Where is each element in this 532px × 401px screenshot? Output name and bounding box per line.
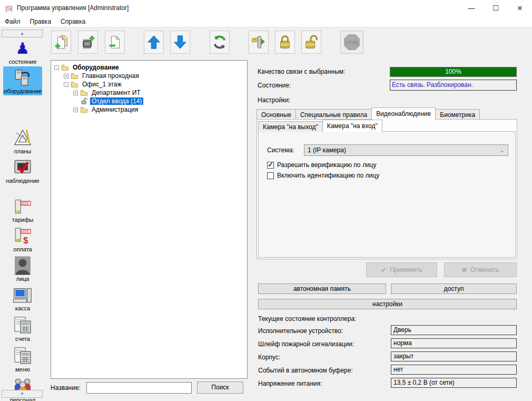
search-button[interactable]: Поиск (197, 382, 243, 394)
search-input[interactable] (86, 382, 192, 394)
close-button[interactable]: ✕ (508, 0, 532, 16)
actuator-value: Дверь (391, 325, 517, 335)
lock-icon (277, 34, 293, 50)
unlock-icon (303, 34, 319, 50)
sidebar-item-equipment[interactable]: оборудование (3, 66, 42, 95)
add-device-icon (80, 34, 96, 50)
add-device-button[interactable] (78, 31, 98, 54)
arrow-down-icon (172, 34, 188, 50)
maximize-button[interactable]: ☐ (484, 0, 508, 16)
sidebar-item-tariffs[interactable]: тарифы (3, 197, 42, 223)
checkbox-unchecked-icon[interactable] (267, 172, 274, 179)
tree-search-row: Название: Поиск (51, 382, 248, 394)
folder-icon (61, 64, 69, 71)
plans-icon (12, 129, 33, 148)
verification-checkbox-row[interactable]: Разрешить верификацию по лицу (267, 161, 376, 169)
minimize-button[interactable]: — (459, 0, 484, 16)
sidebar-item-label: оплата (13, 246, 32, 252)
tree-row[interactable]: + Администрация (52, 105, 246, 114)
application-window: |S| Программа управления [Administrator]… (0, 0, 532, 401)
sidebar-scroll-up-button[interactable]: ▲ (2, 30, 43, 37)
arrow-up-icon (146, 34, 162, 50)
folder-icon (71, 81, 78, 88)
sidebar-item-label: меню (15, 366, 30, 373)
move-up-button[interactable] (144, 31, 164, 54)
tab-special-rules[interactable]: Специальные правила (295, 109, 372, 120)
payment-icon: $ (12, 227, 33, 246)
unlock-button[interactable] (301, 31, 321, 54)
tree-row-selected[interactable]: Отдел ввода (14) (52, 97, 246, 105)
sidebar: ▲ ♟ состояние оборудование планы наблюде… (0, 27, 46, 401)
settings-tabs: Основные Специальные правила Видеонаблюд… (257, 108, 479, 120)
sidebar-item-accounts[interactable]: счета (3, 316, 42, 342)
tab-video-surveillance[interactable]: Видеонаблюдение (371, 107, 436, 120)
fire-loop-label: Шлейф пожарной сигнализации: (258, 340, 354, 348)
refresh-icon (212, 34, 228, 50)
fire-loop-value: норма (391, 338, 517, 348)
move-down-button[interactable] (170, 31, 190, 54)
connection-quality-bar: 100% (390, 67, 517, 77)
controller-state-header: Текущее состояние контроллера: (258, 315, 356, 322)
chevron-up-icon: ▲ (20, 31, 24, 36)
identification-checkbox-label: Включить идентификацию по лицу (277, 172, 379, 179)
sidebar-item-plans[interactable]: планы (3, 129, 42, 154)
tab-camera-exit[interactable]: Камера "на выход" (258, 121, 323, 132)
sidebar-item-label: планы (14, 148, 31, 154)
access-pass-button[interactable] (249, 31, 269, 54)
apply-button: ✔ Применить (366, 262, 437, 277)
settings-button[interactable]: настройки (258, 299, 517, 309)
buffer-events-value: нет (391, 365, 517, 375)
tab-main[interactable]: Основные (257, 109, 296, 120)
sidebar-item-faces[interactable]: лица (3, 256, 42, 282)
sidebar-item-label: наблюдение (6, 178, 39, 184)
menu-help[interactable]: Справка (56, 17, 90, 26)
check-icon: ✔ (381, 266, 387, 274)
state-icon: ♟ (12, 39, 33, 58)
chevron-down-icon: ▼ (20, 392, 24, 396)
access-button[interactable]: доступ (391, 283, 517, 294)
voltage-label: Напряжение питания: (258, 380, 322, 387)
menu-edit[interactable]: Правка (25, 17, 56, 26)
svg-text:STOP: STOP (346, 40, 358, 45)
svg-text:$: $ (23, 236, 28, 245)
system-select[interactable]: 1 (IP камера) ⌄ (304, 144, 508, 156)
collapse-icon[interactable]: - (54, 65, 59, 70)
refresh-button[interactable] (210, 31, 230, 54)
expand-icon[interactable]: + (73, 107, 78, 112)
spacer (73, 99, 78, 104)
tree-row[interactable]: + Департамент ИТ (52, 89, 246, 97)
stop-icon: STOP (343, 33, 361, 51)
case-value: закрыт (391, 351, 517, 361)
tree-row[interactable]: - Офис_1 этаж (52, 80, 246, 89)
sidebar-item-state[interactable]: ♟ состояние (3, 39, 42, 65)
window-title: Программа управления [Administrator] (17, 4, 129, 12)
stop-button: STOP (340, 31, 363, 54)
tree-row[interactable]: - Оборудование (52, 63, 246, 72)
expand-icon[interactable]: + (73, 91, 78, 95)
camera-tabs: Камера "на выход" Камера "на вход" (258, 121, 382, 132)
actuator-label: Исполнительное устройство: (258, 327, 343, 335)
verification-checkbox-label: Разрешить верификацию по лицу (277, 161, 376, 169)
sidebar-item-menu[interactable]: меню (3, 347, 42, 373)
sidebar-item-surveillance[interactable]: наблюдение (3, 158, 42, 184)
sidebar-scroll-down-button[interactable]: ▼ (2, 390, 43, 398)
sidebar-item-payment[interactable]: $ оплата (3, 227, 42, 252)
menu-file[interactable]: Файл (0, 17, 25, 26)
collapse-icon[interactable]: - (64, 82, 68, 87)
menu-bar: Файл Правка Справка (0, 16, 532, 27)
menu-list-icon (12, 347, 33, 366)
identification-checkbox-row[interactable]: Включить идентификацию по лицу (267, 172, 379, 179)
tab-biometrics[interactable]: Биометрика (435, 109, 480, 120)
add-item-button[interactable] (51, 31, 71, 54)
remove-item-button[interactable] (105, 31, 125, 54)
sidebar-item-label: состояние (9, 58, 37, 65)
system-row: Система: 1 (IP камера) ⌄ (267, 144, 508, 156)
autonomous-memory-button[interactable]: автономная память (258, 283, 386, 294)
tab-camera-entry[interactable]: Камера "на вход" (322, 120, 382, 132)
lock-button[interactable] (275, 31, 295, 54)
expand-icon[interactable]: + (64, 74, 68, 79)
app-icon: |S| (5, 4, 12, 12)
tree-row[interactable]: + Главная проходная (52, 72, 246, 80)
sidebar-item-cashdesk[interactable]: касса (3, 286, 42, 311)
checkbox-checked-icon[interactable] (267, 162, 274, 169)
